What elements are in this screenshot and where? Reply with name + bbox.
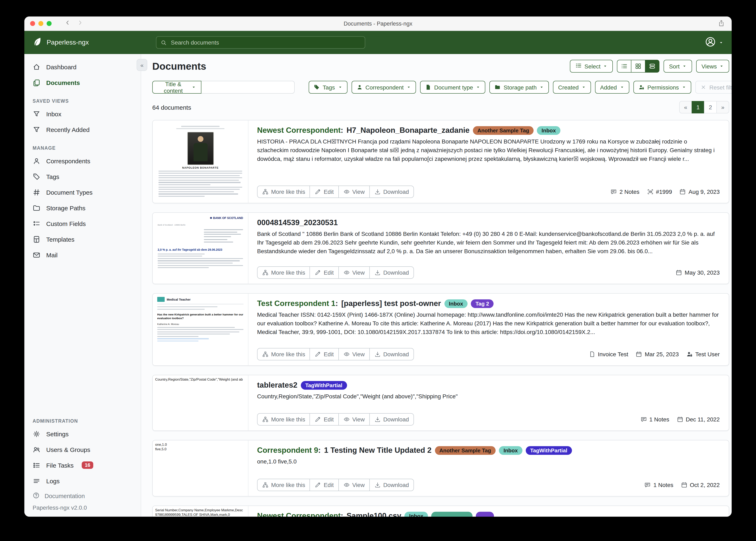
tag-chip-tagwithpartial[interactable]: TagWithPartial (301, 381, 347, 389)
view-button[interactable]: View (338, 267, 370, 279)
tag-chip-another-sample-tag[interactable]: Another Sample Tag (473, 126, 534, 135)
view-button[interactable]: View (338, 186, 370, 198)
select-button[interactable]: Select (570, 60, 613, 73)
filter-reset-filters-button[interactable]: Reset filters (695, 81, 732, 94)
sidebar-item-tags[interactable]: Tags (24, 169, 141, 184)
document-thumbnail[interactable]: ❖ BANK OF SCOTLAND Bank of Scotland · 10… (153, 213, 248, 284)
document-thumbnail[interactable]: Serial Number,Company Name,Employee Mark… (153, 506, 248, 517)
meta-oct-2-2022[interactable]: Oct 2, 2022 (681, 482, 720, 488)
view-grid-button[interactable] (631, 60, 645, 73)
search-input[interactable] (170, 39, 361, 46)
sidebar-item-mail[interactable]: Mail (24, 247, 141, 263)
download-button[interactable]: Download (369, 186, 414, 198)
global-search[interactable] (156, 36, 365, 49)
user-menu[interactable] (705, 36, 723, 49)
sidebar-item-file-tasks[interactable]: File Tasks16 (24, 457, 141, 473)
meta-invoice-test[interactable]: Invoice Test (589, 351, 628, 357)
minimize-window-button[interactable] (38, 21, 43, 26)
document-title-link[interactable]: H7_Napoleon_Bonaparte_zadanie (346, 126, 469, 135)
browser-back-icon[interactable] (65, 20, 71, 27)
sidebar-item-settings[interactable]: Settings (24, 426, 141, 442)
pagination-page-2[interactable]: 2 (704, 101, 717, 113)
tag-chip-inbox[interactable]: Inbox (537, 126, 560, 135)
view-list-button[interactable] (617, 60, 631, 73)
document-title-link[interactable]: 0004814539_20230531 (257, 218, 338, 227)
filter-field-dropdown[interactable]: Title & content (152, 81, 201, 94)
meta-aug-9-2023[interactable]: Aug 9, 2023 (679, 189, 720, 195)
sidebar-item-recently-added[interactable]: Recently Added (24, 122, 141, 137)
tag-chip-tag-2[interactable]: Tag 2 (471, 299, 494, 308)
document-title-link[interactable]: 1 Testing New Title Updated 2 (324, 446, 431, 455)
document-correspondent-link[interactable]: Newest Correspondent (257, 126, 341, 135)
tag-chip-inbox[interactable]: Inbox (444, 299, 468, 308)
tag-chip[interactable] (476, 511, 494, 517)
sidebar-item-users-groups[interactable]: Users & Groups (24, 442, 141, 457)
sidebar-item-templates[interactable]: Templates (24, 231, 141, 247)
meta-mar-25-2023[interactable]: Mar 25, 2023 (636, 351, 679, 357)
tag-chip-inbox[interactable]: Inbox (499, 446, 522, 455)
pagination-page-1[interactable]: 1 (692, 101, 704, 113)
tag-chip-tagwithpartial[interactable]: TagWithPartial (526, 446, 572, 455)
meta-dec-11-2022[interactable]: Dec 11, 2022 (677, 416, 720, 423)
more-like-this-button[interactable]: More like this (257, 186, 310, 198)
view-details-button[interactable] (645, 60, 659, 73)
tag-chip[interactable] (431, 511, 473, 517)
document-thumbnail[interactable]: Country,Region/State,"Zip/Postal Code","… (153, 375, 248, 430)
pagination-prev-button[interactable]: « (679, 101, 692, 113)
download-button[interactable]: Download (369, 479, 414, 491)
sidebar-item-documents[interactable]: Documents (24, 75, 141, 90)
filter-tags-button[interactable]: Tags (309, 81, 347, 94)
meta-test-user[interactable]: Test User (686, 351, 720, 357)
meta-may-30-2023[interactable]: May 30, 2023 (676, 269, 720, 276)
document-thumbnail[interactable]: NAPOLEON BONAPARTE (153, 120, 248, 203)
close-window-button[interactable] (30, 21, 35, 26)
document-title-link[interactable]: [paperless] test post-owner (341, 299, 441, 308)
app-brand[interactable]: Paperless-ngx (24, 37, 89, 48)
tag-chip-another-sample-tag[interactable]: Another Sample Tag (435, 446, 496, 455)
filter-correspondent-button[interactable]: Correspondent (351, 81, 416, 94)
filter-permissions-button[interactable]: Permissions (633, 81, 691, 94)
document-correspondent-link[interactable]: Test Correspondent 1 (257, 299, 335, 308)
document-title-link[interactable]: Sample100.csv (346, 511, 401, 517)
meta-2-notes[interactable]: 2 Notes (611, 189, 640, 195)
views-button[interactable]: Views (696, 60, 729, 73)
sidebar-item-storage-paths[interactable]: Storage Paths (24, 200, 141, 216)
document-correspondent-link[interactable]: Newest Correspondent (257, 511, 341, 517)
meta-1-notes[interactable]: 1 Notes (640, 416, 669, 423)
sort-button[interactable]: Sort (664, 60, 692, 73)
share-icon[interactable] (718, 19, 725, 28)
more-like-this-button[interactable]: More like this (257, 413, 310, 425)
sidebar-item-correspondents[interactable]: Correspondents (24, 153, 141, 169)
edit-button[interactable]: Edit (310, 186, 339, 198)
meta-1-notes[interactable]: 1 Notes (644, 482, 673, 488)
pagination-next-button[interactable]: » (716, 101, 729, 113)
download-button[interactable]: Download (369, 267, 414, 279)
sidebar-collapse-button[interactable]: « (137, 59, 147, 71)
view-button[interactable]: View (338, 479, 370, 491)
document-thumbnail[interactable]: Medical Teacher Has the new Kirkpatrick … (153, 293, 248, 365)
tag-chip-inbox[interactable]: Inbox (405, 511, 428, 517)
edit-button[interactable]: Edit (310, 479, 339, 491)
meta-1999[interactable]: #1999 (647, 189, 672, 195)
filter-document-type-button[interactable]: Document type (420, 81, 485, 94)
zoom-window-button[interactable] (47, 21, 52, 26)
browser-forward-icon[interactable] (77, 20, 83, 27)
sidebar-item-inbox[interactable]: Inbox (24, 106, 141, 122)
sidebar-item-document-types[interactable]: Document Types (24, 184, 141, 200)
more-like-this-button[interactable]: More like this (257, 348, 310, 360)
more-like-this-button[interactable]: More like this (257, 479, 310, 491)
edit-button[interactable]: Edit (310, 267, 339, 279)
filter-created-button[interactable]: Created (553, 81, 591, 94)
view-button[interactable]: View (338, 348, 370, 360)
download-button[interactable]: Download (369, 348, 414, 360)
document-title-link[interactable]: tablerates2 (257, 380, 297, 390)
filter-text-input[interactable] (201, 81, 295, 94)
download-button[interactable]: Download (369, 413, 414, 425)
sidebar-item-custom-fields[interactable]: Custom Fields (24, 216, 141, 231)
edit-button[interactable]: Edit (310, 413, 339, 425)
sidebar-item-documentation[interactable]: Documentation (24, 489, 141, 503)
document-thumbnail[interactable]: one,1.0 five,5.0 (153, 440, 248, 496)
sidebar-item-dashboard[interactable]: Dashboard (24, 59, 141, 75)
filter-storage-path-button[interactable]: Storage path (490, 81, 549, 94)
sidebar-item-logs[interactable]: Logs (24, 473, 141, 489)
